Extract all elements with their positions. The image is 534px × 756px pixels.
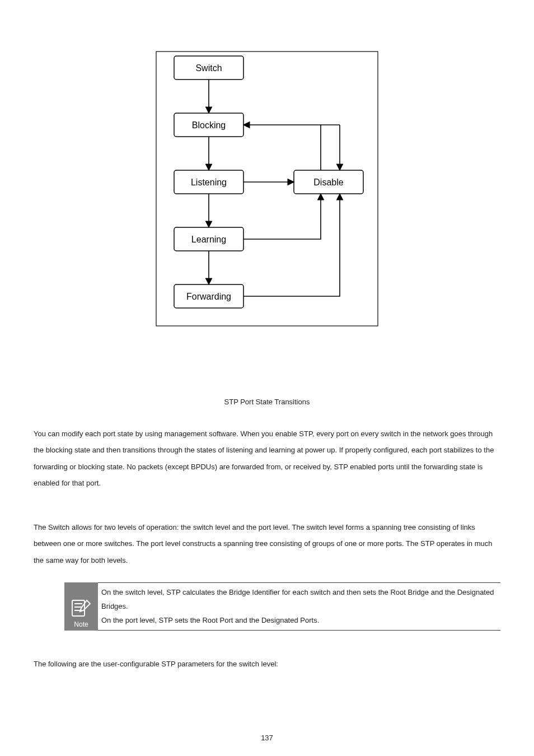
note-text: On the switch level, STP calculates the … bbox=[98, 582, 500, 631]
paragraph-1: You can modify each port state by using … bbox=[34, 426, 500, 491]
diagram-container: Switch Blocking Listening Learning Forwa… bbox=[34, 50, 500, 364]
node-forwarding-label: Forwarding bbox=[186, 292, 231, 301]
stp-state-diagram: Switch Blocking Listening Learning Forwa… bbox=[155, 50, 379, 364]
node-switch-label: Switch bbox=[195, 63, 222, 73]
notebook-pencil-icon bbox=[70, 597, 92, 619]
node-listening-label: Listening bbox=[191, 178, 227, 187]
note-line-1: On the switch level, STP calculates the … bbox=[101, 588, 494, 610]
diagram-svg: Switch Blocking Listening Learning Forwa… bbox=[155, 50, 379, 364]
note-icon: Note bbox=[64, 582, 98, 631]
node-blocking-label: Blocking bbox=[192, 120, 226, 130]
node-disable-label: Disable bbox=[313, 178, 343, 187]
document-page: Switch Blocking Listening Learning Forwa… bbox=[0, 0, 534, 756]
node-learning-label: Learning bbox=[191, 235, 226, 244]
page-number: 137 bbox=[0, 734, 534, 742]
paragraph-2: The Switch allows for two levels of oper… bbox=[34, 519, 500, 568]
note-block: Note On the switch level, STP calculates… bbox=[64, 582, 500, 631]
paragraph-3: The following are the user-configurable … bbox=[34, 656, 500, 672]
svg-rect-13 bbox=[72, 600, 85, 616]
note-line-2: On the port level, STP sets the Root Por… bbox=[101, 616, 319, 624]
diagram-caption: STP Port State Transitions bbox=[34, 398, 500, 406]
note-label: Note bbox=[74, 620, 88, 628]
